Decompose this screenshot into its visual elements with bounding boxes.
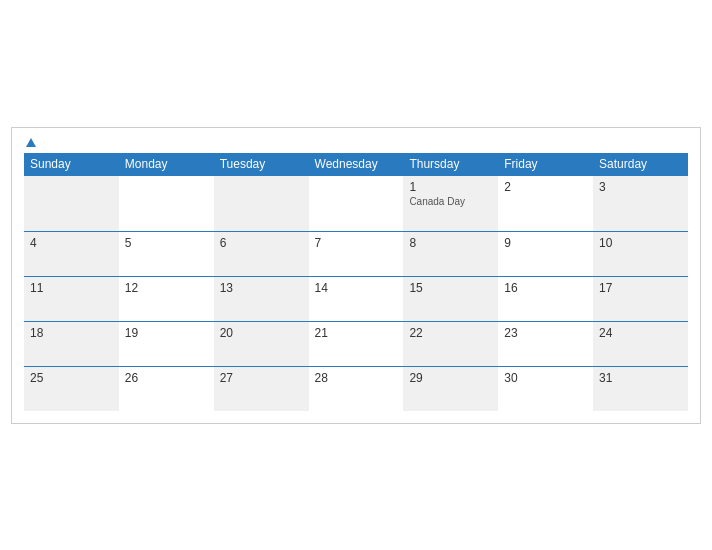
day-number: 2 (504, 180, 587, 194)
day-number: 20 (220, 326, 303, 340)
weekday-header-wednesday: Wednesday (309, 153, 404, 176)
calendar-cell (214, 175, 309, 231)
weekday-header-sunday: Sunday (24, 153, 119, 176)
calendar-week-3: 18192021222324 (24, 321, 688, 366)
day-number: 28 (315, 371, 398, 385)
calendar-table: SundayMondayTuesdayWednesdayThursdayFrid… (24, 153, 688, 411)
calendar-cell: 7 (309, 231, 404, 276)
day-number: 23 (504, 326, 587, 340)
calendar-cell: 26 (119, 366, 214, 411)
day-number: 24 (599, 326, 682, 340)
day-number: 4 (30, 236, 113, 250)
calendar-cell: 5 (119, 231, 214, 276)
day-number: 9 (504, 236, 587, 250)
weekday-header-thursday: Thursday (403, 153, 498, 176)
calendar-cell: 18 (24, 321, 119, 366)
day-number: 12 (125, 281, 208, 295)
calendar-cell: 19 (119, 321, 214, 366)
calendar-cell: 27 (214, 366, 309, 411)
calendar-body: 1Canada Day23456789101112131415161718192… (24, 175, 688, 411)
day-number: 3 (599, 180, 682, 194)
calendar-cell: 23 (498, 321, 593, 366)
weekday-header-friday: Friday (498, 153, 593, 176)
day-number: 5 (125, 236, 208, 250)
calendar-cell: 13 (214, 276, 309, 321)
day-number: 29 (409, 371, 492, 385)
day-number: 27 (220, 371, 303, 385)
calendar-cell (24, 175, 119, 231)
day-number: 14 (315, 281, 398, 295)
calendar-cell: 8 (403, 231, 498, 276)
day-number: 25 (30, 371, 113, 385)
calendar-cell: 28 (309, 366, 404, 411)
day-number: 17 (599, 281, 682, 295)
calendar-cell: 1Canada Day (403, 175, 498, 231)
weekday-header-tuesday: Tuesday (214, 153, 309, 176)
calendar-cell: 12 (119, 276, 214, 321)
day-number: 21 (315, 326, 398, 340)
calendar-cell: 30 (498, 366, 593, 411)
calendar-week-1: 45678910 (24, 231, 688, 276)
weekday-header-saturday: Saturday (593, 153, 688, 176)
calendar-cell: 22 (403, 321, 498, 366)
day-number: 7 (315, 236, 398, 250)
calendar-cell: 14 (309, 276, 404, 321)
calendar-week-2: 11121314151617 (24, 276, 688, 321)
day-number: 6 (220, 236, 303, 250)
calendar-cell (309, 175, 404, 231)
day-number: 26 (125, 371, 208, 385)
calendar-cell: 4 (24, 231, 119, 276)
calendar-header-row: SundayMondayTuesdayWednesdayThursdayFrid… (24, 153, 688, 176)
day-number: 16 (504, 281, 587, 295)
calendar-week-0: 1Canada Day23 (24, 175, 688, 231)
logo (24, 138, 36, 147)
day-number: 31 (599, 371, 682, 385)
calendar-cell: 15 (403, 276, 498, 321)
day-number: 15 (409, 281, 492, 295)
day-number: 1 (409, 180, 492, 194)
calendar-cell: 25 (24, 366, 119, 411)
day-number: 10 (599, 236, 682, 250)
day-event: Canada Day (409, 196, 492, 207)
day-number: 22 (409, 326, 492, 340)
calendar-week-4: 25262728293031 (24, 366, 688, 411)
day-number: 18 (30, 326, 113, 340)
day-number: 8 (409, 236, 492, 250)
calendar-cell: 24 (593, 321, 688, 366)
calendar-cell: 16 (498, 276, 593, 321)
calendar-cell: 11 (24, 276, 119, 321)
day-number: 30 (504, 371, 587, 385)
logo-triangle-icon (26, 138, 36, 147)
calendar-cell: 21 (309, 321, 404, 366)
calendar-cell: 10 (593, 231, 688, 276)
calendar-cell: 17 (593, 276, 688, 321)
calendar-cell: 31 (593, 366, 688, 411)
day-number: 19 (125, 326, 208, 340)
calendar-cell (119, 175, 214, 231)
calendar-header (24, 138, 688, 147)
calendar-cell: 6 (214, 231, 309, 276)
day-number: 13 (220, 281, 303, 295)
calendar-cell: 3 (593, 175, 688, 231)
calendar-cell: 9 (498, 231, 593, 276)
day-number: 11 (30, 281, 113, 295)
calendar-cell: 20 (214, 321, 309, 366)
calendar: SundayMondayTuesdayWednesdayThursdayFrid… (11, 127, 701, 424)
calendar-cell: 29 (403, 366, 498, 411)
weekday-header-monday: Monday (119, 153, 214, 176)
calendar-cell: 2 (498, 175, 593, 231)
